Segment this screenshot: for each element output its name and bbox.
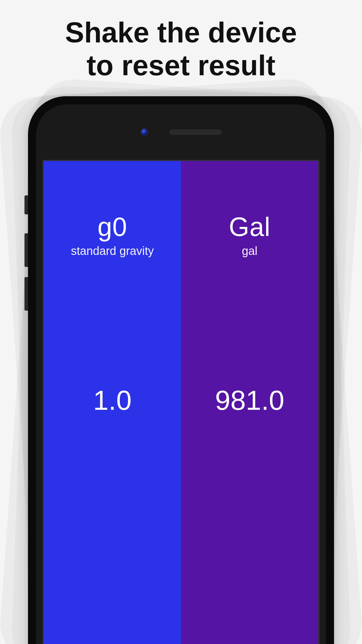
right-unit-value[interactable]: 981.0	[215, 384, 284, 416]
earpiece-speaker-icon	[169, 130, 222, 135]
phone-body: g0 standard gravity 1.0 Gal gal 981.0	[28, 96, 334, 644]
left-unit-value[interactable]: 1.0	[93, 384, 131, 416]
phone-mockup: g0 standard gravity 1.0 Gal gal 981.0	[28, 96, 334, 644]
phone-volume-down	[24, 277, 28, 311]
right-unit-pane[interactable]: Gal gal 981.0	[181, 161, 318, 644]
left-unit-symbol: g0	[71, 212, 154, 242]
headline-line-2: to reset result	[0, 49, 362, 82]
marketing-headline: Shake the device to reset result	[0, 0, 362, 82]
right-unit-name: gal	[229, 244, 270, 258]
left-unit-header[interactable]: g0 standard gravity	[71, 212, 154, 258]
left-unit-pane[interactable]: g0 standard gravity 1.0	[44, 161, 181, 644]
right-unit-symbol: Gal	[229, 212, 270, 242]
phone-top-bezel	[36, 104, 326, 160]
phone-bezel: g0 standard gravity 1.0 Gal gal 981.0	[36, 104, 326, 644]
right-unit-header[interactable]: Gal gal	[229, 212, 270, 258]
phone-mute-switch	[24, 195, 28, 214]
left-unit-name: standard gravity	[71, 244, 154, 258]
headline-line-1: Shake the device	[0, 16, 362, 49]
front-camera-icon	[140, 128, 149, 136]
app-screen: g0 standard gravity 1.0 Gal gal 981.0	[43, 160, 319, 644]
phone-volume-up	[24, 233, 28, 267]
